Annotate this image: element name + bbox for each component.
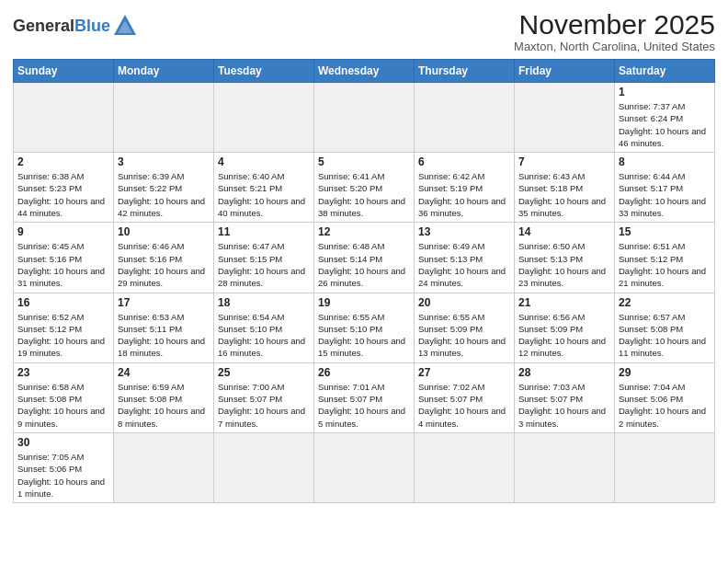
col-tuesday: Tuesday [214, 60, 314, 83]
day-number: 25 [218, 366, 310, 379]
table-row: 11Sunrise: 6:47 AM Sunset: 5:15 PM Dayli… [214, 223, 314, 293]
day-number: 20 [418, 296, 510, 309]
month-title: November 2025 [514, 9, 715, 40]
col-sunday: Sunday [14, 60, 114, 83]
day-info: Sunrise: 7:00 AM Sunset: 5:07 PM Dayligh… [218, 381, 310, 430]
logo-text: GeneralBlue [13, 17, 110, 34]
table-row: 10Sunrise: 6:46 AM Sunset: 5:16 PM Dayli… [114, 223, 214, 293]
day-info: Sunrise: 7:04 AM Sunset: 5:06 PM Dayligh… [619, 381, 711, 430]
table-row: 19Sunrise: 6:55 AM Sunset: 5:10 PM Dayli… [314, 293, 415, 362]
col-saturday: Saturday [615, 60, 715, 83]
day-info: Sunrise: 6:53 AM Sunset: 5:11 PM Dayligh… [118, 311, 210, 360]
col-thursday: Thursday [415, 60, 515, 83]
logo: GeneralBlue [13, 13, 138, 39]
day-info: Sunrise: 6:38 AM Sunset: 5:23 PM Dayligh… [17, 170, 109, 219]
table-row: 20Sunrise: 6:55 AM Sunset: 5:09 PM Dayli… [415, 293, 515, 362]
table-row: 15Sunrise: 6:51 AM Sunset: 5:12 PM Dayli… [615, 223, 715, 293]
day-number: 23 [17, 366, 109, 379]
calendar: Sunday Monday Tuesday Wednesday Thursday… [13, 59, 715, 503]
day-number: 22 [619, 296, 711, 309]
day-number: 16 [17, 296, 109, 309]
table-row: 4Sunrise: 6:40 AM Sunset: 5:21 PM Daylig… [214, 153, 314, 223]
table-row: 8Sunrise: 6:44 AM Sunset: 5:17 PM Daylig… [615, 153, 715, 223]
table-row: 28Sunrise: 7:03 AM Sunset: 5:07 PM Dayli… [515, 362, 615, 432]
header: GeneralBlue November 2025 Maxton, North … [13, 9, 715, 53]
day-info: Sunrise: 6:43 AM Sunset: 5:18 PM Dayligh… [518, 170, 610, 219]
table-row: 26Sunrise: 7:01 AM Sunset: 5:07 PM Dayli… [314, 362, 415, 432]
page: GeneralBlue November 2025 Maxton, North … [0, 0, 728, 512]
table-row: 5Sunrise: 6:41 AM Sunset: 5:20 PM Daylig… [314, 153, 415, 223]
day-info: Sunrise: 6:42 AM Sunset: 5:19 PM Dayligh… [418, 170, 510, 219]
day-number: 12 [318, 225, 410, 238]
day-number: 2 [17, 155, 109, 168]
day-info: Sunrise: 6:56 AM Sunset: 5:09 PM Dayligh… [518, 311, 610, 360]
day-info: Sunrise: 6:59 AM Sunset: 5:08 PM Dayligh… [118, 381, 210, 430]
title-block: November 2025 Maxton, North Carolina, Un… [514, 9, 715, 53]
day-info: Sunrise: 6:46 AM Sunset: 5:16 PM Dayligh… [118, 240, 210, 289]
table-row [615, 432, 715, 502]
day-info: Sunrise: 6:44 AM Sunset: 5:17 PM Dayligh… [619, 170, 711, 219]
day-info: Sunrise: 7:37 AM Sunset: 6:24 PM Dayligh… [619, 100, 711, 149]
table-row [214, 432, 314, 502]
table-row: 9Sunrise: 6:45 AM Sunset: 5:16 PM Daylig… [14, 223, 114, 293]
logo-icon [112, 13, 138, 39]
col-wednesday: Wednesday [314, 60, 415, 83]
day-info: Sunrise: 6:39 AM Sunset: 5:22 PM Dayligh… [118, 170, 210, 219]
table-row: 2Sunrise: 6:38 AM Sunset: 5:23 PM Daylig… [14, 153, 114, 223]
day-number: 14 [518, 225, 610, 238]
table-row: 17Sunrise: 6:53 AM Sunset: 5:11 PM Dayli… [114, 293, 214, 362]
day-number: 18 [218, 296, 310, 309]
table-row [515, 432, 615, 502]
table-row [314, 83, 415, 153]
table-row: 23Sunrise: 6:58 AM Sunset: 5:08 PM Dayli… [14, 362, 114, 432]
table-row: 30Sunrise: 7:05 AM Sunset: 5:06 PM Dayli… [14, 432, 114, 502]
calendar-header-row: Sunday Monday Tuesday Wednesday Thursday… [14, 60, 715, 83]
table-row [415, 83, 515, 153]
table-row: 22Sunrise: 6:57 AM Sunset: 5:08 PM Dayli… [615, 293, 715, 362]
day-info: Sunrise: 7:03 AM Sunset: 5:07 PM Dayligh… [518, 381, 610, 430]
logo-general: General [13, 17, 74, 35]
day-info: Sunrise: 6:57 AM Sunset: 5:08 PM Dayligh… [619, 311, 711, 360]
table-row [14, 83, 114, 153]
table-row: 7Sunrise: 6:43 AM Sunset: 5:18 PM Daylig… [515, 153, 615, 223]
table-row: 12Sunrise: 6:48 AM Sunset: 5:14 PM Dayli… [314, 223, 415, 293]
day-info: Sunrise: 7:02 AM Sunset: 5:07 PM Dayligh… [418, 381, 510, 430]
day-number: 28 [518, 366, 610, 379]
day-info: Sunrise: 6:55 AM Sunset: 5:09 PM Dayligh… [418, 311, 510, 360]
table-row: 21Sunrise: 6:56 AM Sunset: 5:09 PM Dayli… [515, 293, 615, 362]
day-info: Sunrise: 6:48 AM Sunset: 5:14 PM Dayligh… [318, 240, 410, 289]
day-number: 7 [518, 155, 610, 168]
day-number: 24 [118, 366, 210, 379]
day-info: Sunrise: 6:50 AM Sunset: 5:13 PM Dayligh… [518, 240, 610, 289]
day-info: Sunrise: 6:55 AM Sunset: 5:10 PM Dayligh… [318, 311, 410, 360]
table-row [114, 83, 214, 153]
day-number: 11 [218, 225, 310, 238]
table-row: 14Sunrise: 6:50 AM Sunset: 5:13 PM Dayli… [515, 223, 615, 293]
day-info: Sunrise: 6:41 AM Sunset: 5:20 PM Dayligh… [318, 170, 410, 219]
table-row: 25Sunrise: 7:00 AM Sunset: 5:07 PM Dayli… [214, 362, 314, 432]
table-row: 13Sunrise: 6:49 AM Sunset: 5:13 PM Dayli… [415, 223, 515, 293]
day-number: 8 [619, 155, 711, 168]
day-info: Sunrise: 6:45 AM Sunset: 5:16 PM Dayligh… [17, 240, 109, 289]
day-info: Sunrise: 6:47 AM Sunset: 5:15 PM Dayligh… [218, 240, 310, 289]
day-info: Sunrise: 6:54 AM Sunset: 5:10 PM Dayligh… [218, 311, 310, 360]
day-number: 29 [619, 366, 711, 379]
col-friday: Friday [515, 60, 615, 83]
table-row: 27Sunrise: 7:02 AM Sunset: 5:07 PM Dayli… [415, 362, 515, 432]
table-row [114, 432, 214, 502]
day-number: 27 [418, 366, 510, 379]
day-info: Sunrise: 7:01 AM Sunset: 5:07 PM Dayligh… [318, 381, 410, 430]
day-number: 3 [118, 155, 210, 168]
table-row: 16Sunrise: 6:52 AM Sunset: 5:12 PM Dayli… [14, 293, 114, 362]
day-number: 26 [318, 366, 410, 379]
day-number: 1 [619, 86, 711, 98]
day-number: 15 [619, 225, 711, 238]
day-number: 17 [118, 296, 210, 309]
table-row: 6Sunrise: 6:42 AM Sunset: 5:19 PM Daylig… [415, 153, 515, 223]
location: Maxton, North Carolina, United States [514, 40, 715, 53]
day-number: 13 [418, 225, 510, 238]
table-row: 1Sunrise: 7:37 AM Sunset: 6:24 PM Daylig… [615, 83, 715, 153]
table-row: 29Sunrise: 7:04 AM Sunset: 5:06 PM Dayli… [615, 362, 715, 432]
day-number: 30 [17, 436, 109, 449]
day-number: 4 [218, 155, 310, 168]
